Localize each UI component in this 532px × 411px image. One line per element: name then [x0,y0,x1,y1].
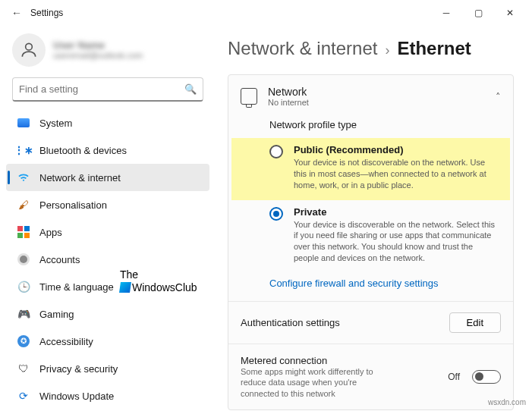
nav-network[interactable]: Network & internet [6,164,209,191]
titlebar: ← Settings ─ ▢ ✕ [0,0,532,26]
profile-public-option[interactable]: Public (Recommended) Your device is not … [231,138,510,200]
profile-type-heading: Network profile type [228,118,513,138]
radio-private[interactable] [269,207,283,221]
window-title: Settings [30,8,63,18]
network-subtitle: No internet [268,98,309,107]
chevron-up-icon: ˄ [496,91,501,102]
radio-public[interactable] [269,145,283,158]
maximize-button[interactable]: ▢ [462,2,494,24]
svg-point-0 [26,43,33,50]
network-card: Network No internet ˄ Network profile ty… [228,74,514,410]
nav-bluetooth[interactable]: ⋮∗Bluetooth & devices [6,136,209,164]
update-icon: ⟳ [17,389,30,403]
metered-label: Metered connection [241,355,392,366]
profile-public-desc: Your device is not discoverable on the n… [294,157,495,191]
nav-system[interactable]: System [6,109,209,136]
accessibility-icon: ✪ [17,334,30,348]
user-block[interactable]: User Name useremail@outlook.com [6,30,209,77]
nav-accessibility[interactable]: ✪Accessibility [6,328,209,355]
auth-label: Authentication settings [241,317,340,328]
metered-state: Off [448,372,460,382]
nav-windows-update[interactable]: ⟳Windows Update [6,382,209,409]
metered-row: Metered connection Some apps might work … [228,344,513,409]
nav-personalisation[interactable]: 🖌Personalisation [6,191,209,218]
shield-icon: 🛡 [17,362,30,375]
nav-gaming[interactable]: 🎮Gaming [6,300,209,328]
profile-public-title: Public (Recommended) [294,144,495,155]
close-button[interactable]: ✕ [494,2,526,24]
window-controls: ─ ▢ ✕ [430,2,526,24]
breadcrumb-parent[interactable]: Network & internet [228,38,377,59]
metered-desc: Some apps might work differently to redu… [241,366,392,399]
accounts-icon [17,253,30,266]
profile-private-option[interactable]: Private Your device is discoverable on t… [228,200,513,273]
metered-toggle[interactable] [472,370,501,384]
profile-private-desc: Your device is discoverable on the netwo… [294,219,498,264]
edit-button[interactable]: Edit [449,312,501,333]
person-icon [19,40,39,60]
credit-text: wsxdn.com [488,398,526,406]
network-card-header[interactable]: Network No internet ˄ [228,75,513,118]
nav-time[interactable]: 🕒Time & language [6,273,209,300]
wifi-icon [17,171,30,184]
bluetooth-icon: ⋮∗ [17,143,30,157]
page-title: Ethernet [397,38,471,59]
nav-list: System ⋮∗Bluetooth & devices Network & i… [6,109,209,409]
search-box[interactable]: 🔍 [12,77,203,102]
main-pane: Network & internet › Ethernet Network No… [212,26,532,411]
search-icon: 🔍 [184,83,197,95]
system-icon [17,116,30,130]
nav-accounts[interactable]: Accounts [6,246,209,273]
monitor-icon [241,88,257,105]
apps-icon [17,225,30,239]
avatar [12,33,46,67]
clock-icon: 🕒 [17,280,30,293]
user-meta: User Name useremail@outlook.com [53,39,143,61]
minimize-button[interactable]: ─ [430,2,462,24]
search-input[interactable] [19,83,184,95]
chevron-right-icon: › [385,42,389,58]
nav-privacy[interactable]: 🛡Privacy & security [6,355,209,382]
sidebar: User Name useremail@outlook.com 🔍 System… [0,26,212,411]
back-button[interactable]: ← [6,7,27,19]
auth-row: Authentication settings Edit [228,301,513,344]
gaming-icon: 🎮 [17,307,30,321]
network-title: Network [268,86,309,98]
profile-private-title: Private [294,206,498,218]
firewall-link[interactable]: Configure firewall and security settings [228,273,513,301]
brush-icon: 🖌 [17,198,30,212]
breadcrumb: Network & internet › Ethernet [228,38,514,59]
nav-apps[interactable]: Apps [6,218,209,246]
